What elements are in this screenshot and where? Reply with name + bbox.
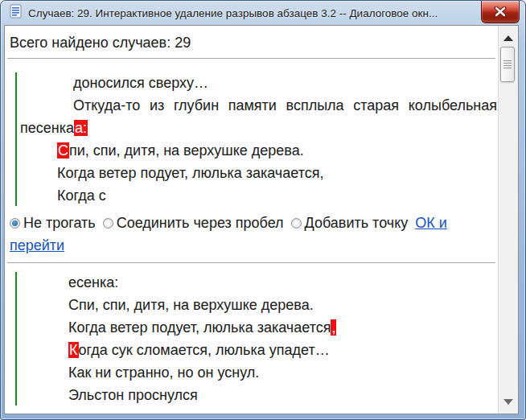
down-arrow-icon (503, 399, 513, 405)
text-segment: Когда ветер подует, люлька закачается, (57, 165, 323, 181)
highlighted-char: , (331, 319, 336, 336)
title-bar[interactable]: Случаев: 29. Интерактивное удаление разр… (1, 1, 525, 25)
text-segment: огда сук сломается, люлька упадет… (79, 342, 330, 358)
window-title: Случаев: 29. Интерактивное удаление разр… (28, 7, 438, 19)
radio-option[interactable]: Не трогать (10, 215, 96, 231)
text-line: Когда с (5, 184, 518, 207)
radio-icon[interactable] (103, 218, 113, 229)
radio-option[interactable]: Добавить точку (291, 215, 409, 231)
results-pane: Всего найдено случаев: 29 доносился свер… (4, 25, 519, 414)
text-line: Когда ветер подует, люлька закачается, (5, 316, 518, 339)
radio-label: Добавить точку (305, 215, 409, 231)
ok-and-go-link-wrap[interactable]: перейти (10, 237, 64, 253)
case-excerpt-1: доносился сверху…Откуда-то из глубин пам… (5, 72, 518, 207)
text-line: Как ни странно, но он уснул. (5, 361, 518, 384)
separator (7, 58, 495, 59)
scroll-down-button[interactable] (499, 394, 518, 409)
text-segment: Эльстон проснулся (68, 387, 198, 403)
total-found-text: Всего найдено случаев: 29 (5, 26, 518, 52)
radio-label: Не трогать (23, 215, 96, 231)
text-segment: Откуда-то из глубин памяти всплыла стара… (73, 97, 497, 113)
scrollbar[interactable] (498, 26, 518, 414)
radio-option[interactable]: Соединить через пробел (103, 413, 284, 414)
radio-group: Не трогатьСоединить через пробелДобавить… (10, 413, 415, 414)
text-segment: Когда ветер подует, люлька закачается (68, 319, 331, 336)
radio-option[interactable]: Добавить точку (291, 413, 409, 414)
text-segment: песенка (20, 120, 74, 136)
scroll-up-button[interactable] (499, 31, 518, 45)
text-segment: пи, спи, дитя, на верхушке дерева. (69, 142, 304, 159)
text-segment: Когда с (57, 187, 106, 204)
radio-label: Добавить точку (305, 413, 409, 414)
radio-icon[interactable] (291, 218, 302, 229)
text-line: Откуда-то из глубин памяти всплыла стара… (5, 94, 497, 117)
radio-label: Соединить через пробел (117, 413, 284, 414)
highlighted-char: К (68, 342, 79, 358)
text-line: Спи, спи, дитя, на верхушке дерева. (5, 294, 518, 316)
action-row-1: Не трогатьСоединить через пробелДобавить… (5, 212, 518, 257)
action-row-2: Не трогатьСоединить через пробелДобавить… (5, 410, 518, 414)
ok-and-go-link[interactable]: ОК и (415, 413, 447, 414)
radio-label: Соединить через пробел (117, 215, 284, 231)
dialog-window: Случаев: 29. Интерактивное удаление разр… (0, 0, 526, 420)
close-button[interactable] (481, 1, 520, 23)
radio-label: Не трогать (23, 413, 96, 414)
scrollbar-thumb[interactable] (500, 47, 515, 82)
text-segment: доносился сверху… (73, 75, 208, 91)
highlighted-char: а: (74, 120, 88, 136)
text-line: Когда сук сломается, люлька упадет… (5, 339, 518, 361)
text-line: Когда ветер подует, люлька закачается, (5, 162, 518, 184)
text-line: доносился сверху… (5, 72, 518, 94)
ok-and-go-link[interactable]: ОК и (415, 215, 447, 231)
radio-group: Не трогатьСоединить через пробелДобавить… (10, 215, 415, 231)
highlighted-char: С (57, 142, 69, 159)
text-segment: Как ни странно, но он уснул. (68, 364, 259, 381)
separator (7, 262, 495, 263)
close-icon (494, 6, 507, 17)
radio-option[interactable]: Не трогать (10, 413, 96, 414)
case-excerpt-2: есенка:Спи, спи, дитя, на верхушке дерев… (5, 271, 518, 406)
text-line: Спи, спи, дитя, на верхушке дерева. (5, 139, 518, 162)
text-line: есенка: (5, 271, 518, 294)
radio-selected-icon[interactable] (10, 218, 20, 229)
text-line: Эльстон проснулся (5, 384, 518, 406)
document-icon (10, 4, 22, 22)
text-line: песенкаа: (5, 117, 518, 139)
text-segment: есенка: (68, 274, 118, 290)
radio-option[interactable]: Соединить через пробел (103, 215, 284, 231)
thumb-grip-icon (503, 60, 512, 68)
up-arrow-icon (503, 35, 513, 41)
text-segment: Спи, спи, дитя, на верхушке дерева. (68, 297, 314, 313)
